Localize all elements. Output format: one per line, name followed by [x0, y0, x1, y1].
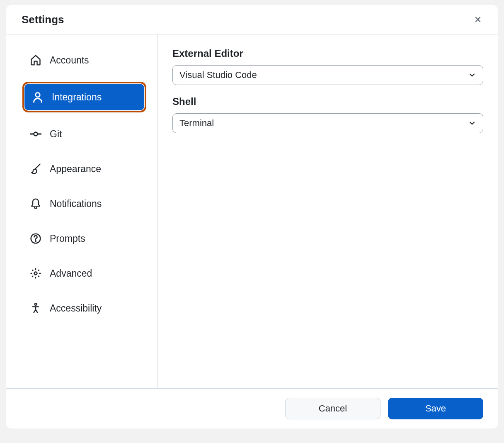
paintbrush-icon — [30, 163, 41, 175]
sidebar-item-highlight: Integrations — [22, 82, 146, 112]
modal-header: Settings — [6, 5, 498, 34]
sidebar-item-advanced[interactable]: Advanced — [22, 260, 146, 287]
sidebar-item-appearance[interactable]: Appearance — [22, 156, 146, 182]
chevron-down-icon — [468, 119, 476, 127]
bell-icon — [30, 198, 41, 209]
sidebar-item-label: Git — [50, 129, 62, 140]
settings-sidebar: Accounts Integrations — [6, 34, 158, 388]
settings-panel: External Editor Visual Studio Code Shell… — [158, 34, 498, 388]
external-editor-label: External Editor — [172, 48, 483, 59]
chevron-down-icon — [468, 71, 476, 79]
question-icon — [30, 233, 41, 244]
person-icon — [32, 91, 44, 103]
sidebar-item-label: Advanced — [50, 268, 92, 279]
sidebar-item-label: Accounts — [50, 55, 89, 66]
svg-point-5 — [35, 241, 36, 241]
svg-point-7 — [35, 303, 37, 305]
save-button[interactable]: Save — [388, 398, 483, 419]
shell-value: Terminal — [179, 118, 214, 129]
close-icon — [473, 15, 482, 24]
home-icon — [30, 54, 41, 66]
sidebar-item-label: Notifications — [50, 198, 102, 209]
sidebar-item-integrations[interactable]: Integrations — [24, 84, 144, 110]
gear-icon — [30, 268, 41, 279]
git-commit-icon — [30, 128, 41, 140]
external-editor-select[interactable]: Visual Studio Code — [172, 65, 483, 85]
sidebar-item-label: Integrations — [52, 92, 102, 103]
svg-point-6 — [34, 272, 37, 275]
modal-body: Accounts Integrations — [6, 34, 498, 388]
sidebar-item-label: Prompts — [50, 233, 85, 244]
shell-select[interactable]: Terminal — [172, 113, 483, 133]
external-editor-field: External Editor Visual Studio Code — [172, 48, 483, 85]
settings-modal: Settings Accounts — [6, 5, 498, 428]
shell-label: Shell — [172, 96, 483, 107]
sidebar-item-label: Appearance — [50, 163, 101, 175]
sidebar-item-accounts[interactable]: Accounts — [22, 47, 146, 73]
modal-footer: Cancel Save — [6, 388, 498, 428]
shell-field: Shell Terminal — [172, 96, 483, 133]
sidebar-item-label: Accessibility — [50, 303, 102, 314]
external-editor-value: Visual Studio Code — [179, 70, 257, 80]
accessibility-icon — [30, 302, 41, 314]
modal-title: Settings — [22, 13, 64, 26]
sidebar-item-notifications[interactable]: Notifications — [22, 190, 146, 217]
sidebar-item-prompts[interactable]: Prompts — [22, 225, 146, 252]
sidebar-item-accessibility[interactable]: Accessibility — [22, 295, 146, 321]
close-button[interactable] — [471, 12, 485, 27]
svg-point-1 — [34, 132, 38, 136]
svg-point-0 — [36, 93, 40, 97]
sidebar-item-git[interactable]: Git — [22, 121, 146, 147]
cancel-button[interactable]: Cancel — [285, 398, 380, 419]
